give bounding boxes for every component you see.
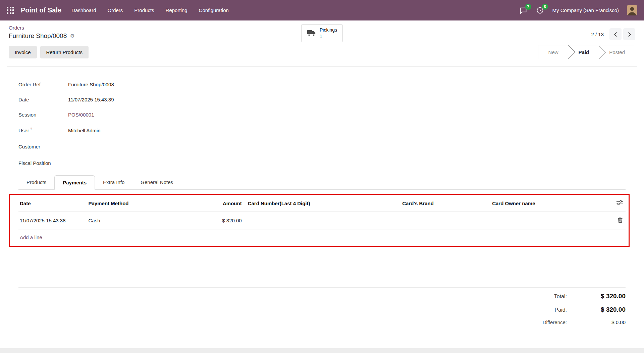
invoice-button[interactable]: Invoice xyxy=(9,46,37,58)
trash-icon xyxy=(618,217,623,223)
field-fiscal-position: Fiscal Position xyxy=(18,160,626,166)
payment-card-owner-cell xyxy=(491,212,600,229)
delete-row-button[interactable] xyxy=(600,212,626,229)
statusbar: New Paid Posted xyxy=(538,45,635,59)
messages-count-badge: 7 xyxy=(525,4,531,10)
field-customer: Customer xyxy=(18,144,626,150)
optional-columns-button[interactable] xyxy=(600,195,626,212)
paid-value: $ 320.00 xyxy=(567,306,626,313)
section-divider xyxy=(18,272,626,272)
payment-card-number-cell xyxy=(243,212,401,229)
difference-row: Difference: $ 0.00 xyxy=(543,319,626,325)
page-title: Furniture Shop/0008 xyxy=(9,32,67,40)
paid-row: Paid: $ 320.00 xyxy=(555,306,626,313)
user-label: User? xyxy=(18,127,68,133)
messages-button[interactable]: 7 xyxy=(519,6,528,15)
payment-row[interactable]: 11/07/2025 15:43:38 Cash $ 320.00 xyxy=(18,212,626,229)
top-navbar: Point of Sale Dashboard Orders Products … xyxy=(0,0,644,20)
column-header-card-number[interactable]: Card Number(Last 4 Digit) xyxy=(243,195,401,212)
activities-count-badge: 5 xyxy=(542,4,548,10)
order-ref-value[interactable]: Furniture Shop/0008 xyxy=(68,82,114,87)
form-sheet: Order Ref Furniture Shop/0008 Date 11/07… xyxy=(7,67,637,345)
tab-general-notes[interactable]: General Notes xyxy=(132,175,181,189)
add-a-line-row: Add a line xyxy=(18,229,626,246)
session-label: Session xyxy=(18,112,68,118)
menu-configuration[interactable]: Configuration xyxy=(199,7,229,13)
menu-orders[interactable]: Orders xyxy=(108,7,123,13)
column-header-card-brand[interactable]: Card's Brand xyxy=(401,195,491,212)
menu-dashboard[interactable]: Dashboard xyxy=(71,7,96,13)
app-name[interactable]: Point of Sale xyxy=(21,6,61,14)
payment-method-cell: Cash xyxy=(87,212,178,229)
column-header-payment-method[interactable]: Payment Method xyxy=(87,195,178,212)
column-header-card-owner[interactable]: Card Owner name xyxy=(491,195,600,212)
page-background-strip xyxy=(0,348,644,353)
apps-grid-icon xyxy=(7,7,14,14)
field-user: User? Mitchell Admin xyxy=(18,127,626,133)
return-products-button[interactable]: Return Products xyxy=(40,46,89,58)
apps-menu-button[interactable] xyxy=(3,3,17,17)
difference-label: Difference: xyxy=(543,319,567,325)
chevron-right-icon xyxy=(627,32,632,37)
user-avatar[interactable] xyxy=(627,5,637,15)
total-value: $ 320.00 xyxy=(567,293,626,300)
payment-amount-cell: $ 320.00 xyxy=(178,212,243,229)
notebook-tabs: Products Payments Extra Info General Not… xyxy=(18,175,626,190)
total-label: Total: xyxy=(554,294,567,300)
payments-header-row: Date Payment Method Amount Card Number(L… xyxy=(18,195,626,212)
sliders-icon xyxy=(616,200,623,206)
user-value[interactable]: Mitchell Admin xyxy=(68,128,101,133)
avatar-silhouette-icon xyxy=(627,5,637,15)
navbar-right-section: 7 5 My Company (San Francisco) xyxy=(519,5,637,15)
statusbar-step-new[interactable]: New xyxy=(538,45,569,59)
field-date: Date 11/07/2025 15:43:39 xyxy=(18,97,626,103)
pickings-label: Pickings xyxy=(320,27,337,33)
column-header-date[interactable]: Date xyxy=(18,195,87,212)
breadcrumb: Orders Furniture Shop/0008 ⚙ xyxy=(9,25,75,40)
payment-card-brand-cell xyxy=(401,212,491,229)
chevron-left-icon xyxy=(613,32,618,37)
payments-table: Date Payment Method Amount Card Number(L… xyxy=(18,195,626,229)
menu-reporting[interactable]: Reporting xyxy=(166,7,187,13)
main-menu: Dashboard Orders Products Reporting Conf… xyxy=(71,7,229,13)
column-header-amount[interactable]: Amount xyxy=(178,195,243,212)
tab-extra-info[interactable]: Extra Info xyxy=(95,175,132,189)
order-totals: Total: $ 320.00 Paid: $ 320.00 Differenc… xyxy=(18,293,626,331)
order-ref-label: Order Ref xyxy=(18,82,68,87)
difference-value: $ 0.00 xyxy=(567,319,626,325)
pickings-smart-button[interactable]: Pickings 1 xyxy=(301,24,343,42)
field-order-ref: Order Ref Furniture Shop/0008 xyxy=(18,82,626,88)
pickings-count: 1 xyxy=(320,34,322,39)
help-icon: ? xyxy=(30,127,32,131)
control-panel-buttons: Invoice Return Products New Paid Posted xyxy=(0,42,644,67)
paid-label: Paid: xyxy=(555,307,567,313)
payment-date-cell: 11/07/2025 15:43:38 xyxy=(18,212,87,229)
customer-label: Customer xyxy=(18,144,68,149)
pager-previous-button[interactable] xyxy=(609,28,622,40)
pos-order-form-page: Point of Sale Dashboard Orders Products … xyxy=(0,0,644,353)
tab-payments[interactable]: Payments xyxy=(54,175,95,190)
record-pager: 2 / 13 xyxy=(591,25,635,40)
control-panel-top: Orders Furniture Shop/0008 ⚙ Pickings 1 … xyxy=(0,20,644,42)
date-label: Date xyxy=(18,97,68,102)
session-link[interactable]: POS/00001 xyxy=(68,112,94,118)
date-value[interactable]: 11/07/2025 15:43:39 xyxy=(68,97,114,102)
pager-next-button[interactable] xyxy=(623,28,635,40)
field-session: Session POS/00001 xyxy=(18,112,626,118)
action-gear-icon[interactable]: ⚙ xyxy=(70,33,74,39)
menu-products[interactable]: Products xyxy=(134,7,154,13)
pager-value[interactable]: 2 / 13 xyxy=(591,32,604,37)
fiscal-position-label: Fiscal Position xyxy=(18,160,68,166)
activities-button[interactable]: 5 xyxy=(536,6,544,15)
add-a-line-link[interactable]: Add a line xyxy=(20,234,42,240)
tab-products[interactable]: Products xyxy=(18,175,54,189)
truck-icon xyxy=(307,30,316,37)
total-row: Total: $ 320.00 xyxy=(554,293,626,300)
totals-divider xyxy=(18,288,626,288)
breadcrumb-orders-link[interactable]: Orders xyxy=(9,25,24,31)
company-switcher[interactable]: My Company (San Francisco) xyxy=(552,7,619,13)
annotation-rectangle: Date Payment Method Amount Card Number(L… xyxy=(9,194,630,247)
